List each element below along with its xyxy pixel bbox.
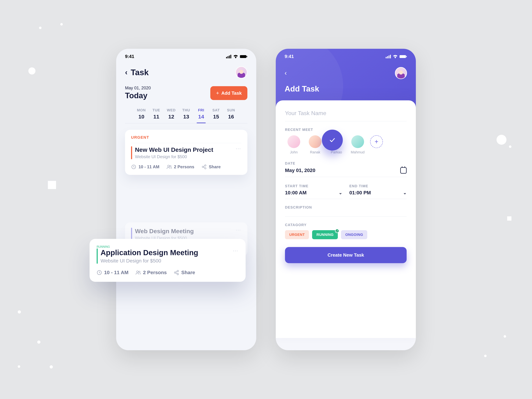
svg-rect-2 (229, 56, 230, 58)
task-card-active[interactable]: RUNNING Application Design Meeting Websi… (89, 239, 246, 282)
day-tue[interactable]: TUE11 (149, 108, 164, 120)
accent-bar (131, 146, 132, 159)
status-bar: 9:41 (116, 49, 256, 61)
status-badge: URGENT (131, 135, 241, 143)
avatar[interactable] (235, 66, 247, 78)
start-time-field[interactable]: 10:00 AM ⌄ (285, 190, 342, 196)
more-icon[interactable]: ⋮ (235, 146, 241, 154)
category-chip-ongoing[interactable]: ONGOING (341, 230, 367, 239)
svg-rect-27 (388, 56, 389, 58)
svg-rect-0 (226, 57, 227, 58)
accent-bar (97, 248, 98, 264)
svg-point-9 (170, 165, 171, 167)
svg-point-29 (395, 57, 396, 58)
plus-icon: + (216, 90, 219, 96)
status-time: 9:41 (285, 54, 294, 59)
date-title: Today (125, 91, 151, 100)
svg-point-20 (137, 271, 138, 272)
svg-point-21 (139, 271, 140, 272)
category-label: CATAGORY (285, 223, 407, 227)
svg-rect-3 (230, 55, 231, 58)
task-card[interactable]: URGENT New Web UI Design Project Website… (125, 130, 247, 175)
status-bar: 9:41 (276, 49, 416, 61)
selected-person-indicator (322, 130, 343, 151)
back-icon[interactable]: ‹ (125, 68, 127, 77)
date-field[interactable]: May 01, 2020 (285, 167, 407, 174)
date-label: DATE (285, 161, 407, 165)
recent-meet-label: RECENT MEET (285, 128, 407, 132)
page-title: Add Task (276, 79, 416, 93)
share-icon (174, 270, 179, 275)
chevron-down-icon: ⌄ (403, 190, 407, 195)
svg-point-4 (235, 57, 236, 58)
signal-icon (226, 55, 231, 58)
people-icon (166, 164, 172, 170)
add-person-button[interactable]: + (370, 135, 388, 148)
share-button[interactable]: Share (174, 270, 195, 275)
page-title: Task (131, 68, 149, 77)
check-icon (335, 229, 339, 233)
avatar[interactable] (395, 67, 407, 79)
svg-rect-30 (399, 55, 406, 58)
more-icon[interactable]: ⋮ (235, 228, 241, 236)
day-thu[interactable]: THU13 (179, 108, 194, 120)
people-icon (135, 270, 141, 275)
end-time-field[interactable]: 01:00 PM ⌄ (349, 190, 407, 196)
chevron-down-icon: ⌄ (339, 190, 342, 195)
status-badge: RUNNING (97, 245, 239, 248)
more-icon[interactable]: ⋮ (233, 248, 239, 257)
svg-rect-31 (406, 56, 407, 57)
day-mon[interactable]: MON10 (134, 108, 149, 120)
add-task-button[interactable]: + Add Task (210, 86, 247, 100)
person-item[interactable]: John (285, 135, 303, 154)
day-wed[interactable]: WED12 (164, 108, 179, 120)
clock-icon (97, 270, 102, 275)
day-sat[interactable]: SAT15 (209, 108, 223, 120)
start-time-label: START TIME (285, 184, 342, 188)
svg-rect-6 (247, 56, 247, 57)
create-task-button[interactable]: Create New Task (285, 247, 407, 263)
battery-icon (240, 55, 247, 58)
svg-rect-5 (240, 55, 246, 58)
description-label: DESCRIPTION (285, 205, 407, 209)
wifi-icon (233, 55, 238, 58)
person-item[interactable]: Ranak (306, 135, 324, 154)
task-title: New Web UI Design Project (135, 146, 233, 153)
status-icons (226, 55, 247, 58)
svg-rect-1 (228, 56, 228, 58)
share-button[interactable]: Share (202, 164, 221, 170)
task-name-input[interactable] (285, 108, 407, 121)
end-time-label: END TIME (349, 184, 407, 188)
status-time: 9:41 (125, 54, 134, 59)
status-icons (386, 55, 407, 58)
back-icon[interactable]: ‹ (285, 69, 287, 77)
signal-icon (386, 55, 391, 58)
description-input[interactable] (285, 212, 407, 216)
task-subtitle: Website UI Design for $500 (101, 258, 230, 264)
task-title: Application Design Meeting (101, 248, 230, 257)
share-icon (202, 164, 207, 170)
week-strip: MON10 TUE11 WED12 THU13 FRI14 SAT15 SUN1… (125, 102, 247, 123)
svg-point-8 (168, 165, 169, 167)
svg-rect-25 (386, 57, 386, 58)
person-item[interactable]: Mahmud (349, 135, 367, 154)
battery-icon (399, 55, 407, 58)
svg-rect-26 (387, 56, 388, 58)
day-sun[interactable]: SUN16 (224, 108, 239, 120)
add-task-label: Add Task (221, 90, 242, 96)
wifi-icon (393, 55, 398, 58)
people-row: John Ranak Parkao Mahmud + (285, 135, 407, 154)
task-title: Web Design Meeting (135, 228, 233, 234)
category-chip-running[interactable]: RUNNING (312, 230, 338, 239)
clock-icon (131, 164, 136, 170)
calendar-icon (400, 167, 407, 174)
date-subtitle: May 01, 2020 (125, 85, 151, 90)
task-subtitle: Website UI Design for $500 (135, 154, 233, 159)
category-chip-urgent[interactable]: URGENT (285, 230, 309, 239)
svg-rect-28 (390, 55, 391, 58)
day-fri[interactable]: FRI14 (194, 108, 209, 120)
